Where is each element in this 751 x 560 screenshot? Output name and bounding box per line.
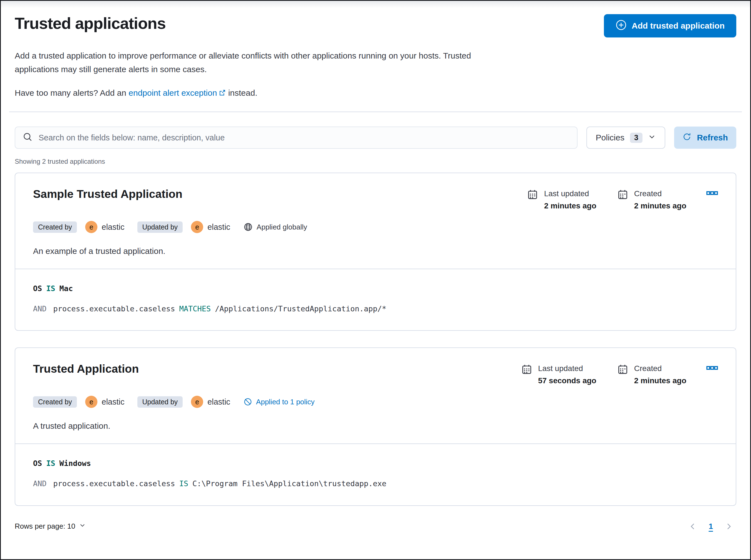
updated-by-badge: Updated by bbox=[137, 396, 183, 408]
last-updated-label: Last updated bbox=[544, 189, 596, 198]
policies-count-badge: 3 bbox=[630, 133, 643, 143]
search-icon bbox=[23, 132, 33, 143]
updated-by-badge: Updated by bbox=[137, 221, 183, 233]
page-number-1[interactable]: 1 bbox=[709, 522, 713, 531]
updated-by-user: elastic bbox=[207, 397, 230, 406]
rows-per-page-label: Rows per page: 10 bbox=[15, 522, 75, 531]
page-header: Trusted applications Add trusted applica… bbox=[15, 14, 736, 38]
created-by-badge: Created by bbox=[33, 221, 77, 233]
add-trusted-application-button[interactable]: Add trusted application bbox=[604, 14, 736, 38]
scope-applied-globally: Applied globally bbox=[244, 223, 307, 232]
last-updated-value: 2 minutes ago bbox=[544, 201, 596, 211]
applied-to-policy-link[interactable]: Applied to 1 policy bbox=[256, 398, 315, 406]
header-divider bbox=[9, 112, 742, 112]
next-page-button[interactable] bbox=[725, 522, 733, 531]
calendar-icon bbox=[617, 364, 628, 385]
created-by-badge: Created by bbox=[33, 396, 77, 408]
created-by-user: elastic bbox=[102, 397, 124, 406]
scope-applied-to-policy: Applied to 1 policy bbox=[244, 398, 315, 406]
endpoint-alert-exception-link[interactable]: endpoint alert exception bbox=[129, 88, 226, 97]
card-meta-row: Created by e elastic Updated by e elasti… bbox=[33, 221, 718, 233]
globe-icon bbox=[244, 223, 253, 232]
card-title: Sample Trusted Application bbox=[33, 187, 182, 201]
avatar: e bbox=[191, 396, 203, 408]
avatar: e bbox=[85, 221, 97, 233]
pagination: 1 bbox=[689, 522, 733, 531]
list-footer: Rows per page: 10 1 bbox=[15, 522, 736, 544]
last-updated-label: Last updated bbox=[538, 364, 596, 373]
condition-line: OSISWindows bbox=[33, 458, 718, 468]
calendar-icon bbox=[527, 189, 538, 211]
calendar-icon bbox=[521, 364, 532, 385]
condition-line: OSISMac bbox=[33, 284, 718, 293]
alerts-hint-suffix: instead. bbox=[228, 88, 257, 97]
refresh-button[interactable]: Refresh bbox=[674, 126, 736, 149]
previous-page-button[interactable] bbox=[689, 522, 697, 531]
created-by-user: elastic bbox=[102, 223, 124, 232]
created-value: 2 minutes ago bbox=[634, 376, 686, 385]
refresh-label: Refresh bbox=[697, 133, 728, 142]
trusted-application-card: Trusted Application bbox=[15, 347, 736, 506]
plus-circle-icon bbox=[616, 19, 627, 33]
avatar: e bbox=[85, 396, 97, 408]
card-actions-menu-button[interactable] bbox=[706, 189, 718, 198]
trusted-application-card: Sample Trusted Application bbox=[15, 173, 736, 331]
rows-per-page-button[interactable]: Rows per page: 10 bbox=[15, 522, 86, 531]
card-actions-menu-button[interactable] bbox=[706, 364, 718, 373]
card-meta-row: Created by e elastic Updated by e elasti… bbox=[33, 396, 718, 408]
card-title: Trusted Application bbox=[33, 362, 139, 376]
chevron-down-icon bbox=[79, 522, 86, 531]
search-input[interactable] bbox=[39, 133, 569, 142]
chevron-down-icon bbox=[648, 133, 656, 143]
last-updated: Last updated 57 seconds ago bbox=[521, 364, 596, 385]
card-conditions: OSISWindows ANDprocess.executable.casele… bbox=[15, 444, 736, 505]
updated-by-user: elastic bbox=[207, 223, 230, 232]
created: Created 2 minutes ago bbox=[617, 364, 686, 385]
policies-label: Policies bbox=[596, 133, 625, 142]
last-updated-value: 57 seconds ago bbox=[538, 376, 596, 385]
condition-line: ANDprocess.executable.caselessISC:\Progr… bbox=[33, 479, 718, 488]
search-box[interactable] bbox=[15, 126, 577, 149]
card-conditions: OSISMac ANDprocess.executable.caselessMA… bbox=[15, 269, 736, 330]
created: Created 2 minutes ago bbox=[617, 189, 686, 211]
scope-label: Applied globally bbox=[257, 223, 307, 232]
page-description: Add a trusted application to improve per… bbox=[15, 49, 475, 76]
toolbar: Policies 3 Refresh bbox=[15, 126, 736, 149]
last-updated: Last updated 2 minutes ago bbox=[527, 189, 596, 211]
calendar-icon bbox=[617, 189, 628, 211]
add-button-label: Add trusted application bbox=[632, 21, 725, 31]
partial-policy-icon bbox=[244, 398, 252, 406]
card-description: A trusted application. bbox=[33, 421, 718, 431]
created-label: Created bbox=[634, 364, 686, 373]
avatar: e bbox=[191, 221, 203, 233]
condition-line: ANDprocess.executable.caselessMATCHES/Ap… bbox=[33, 304, 718, 314]
alerts-hint: Have too many alerts? Add an endpoint al… bbox=[15, 88, 736, 98]
page-title: Trusted applications bbox=[15, 14, 166, 33]
card-description: An example of a trusted application. bbox=[33, 246, 718, 256]
policies-filter-button[interactable]: Policies 3 bbox=[587, 126, 665, 149]
refresh-icon bbox=[683, 132, 691, 143]
alerts-hint-prefix: Have too many alerts? Add an bbox=[15, 88, 126, 97]
created-value: 2 minutes ago bbox=[634, 201, 686, 211]
external-link-icon bbox=[219, 89, 226, 98]
results-summary: Showing 2 trusted applications bbox=[15, 158, 736, 165]
trusted-applications-page: { "header": { "title": "Trusted applicat… bbox=[0, 0, 751, 560]
created-label: Created bbox=[634, 189, 686, 198]
